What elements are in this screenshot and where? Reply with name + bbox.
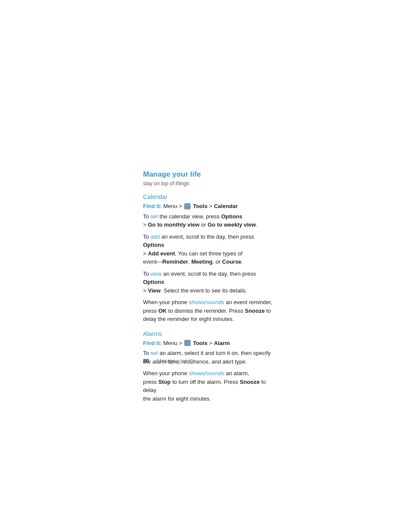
- alarms-tools-icon: [184, 340, 190, 346]
- page-title: Manage your life: [143, 170, 272, 179]
- view-bold: View: [148, 287, 160, 294]
- alarms-find-it-tools: Tools: [193, 340, 208, 346]
- alarms-find-it-menu: Menu >: [163, 340, 184, 346]
- ok-bold: OK: [158, 308, 167, 314]
- shows-sounds-link-2: shows/sounds: [189, 370, 224, 376]
- alarms-section: Alarms Find it: Menu > Tools > Alarm To …: [143, 330, 272, 403]
- stop-bold: Stop: [158, 379, 171, 385]
- calendar-para-2: To add an event, scroll to the day, then…: [143, 233, 272, 266]
- alarms-heading: Alarms: [143, 330, 272, 337]
- course-bold: Course: [222, 258, 242, 265]
- snooze-bold-2: Snooze: [240, 379, 259, 385]
- find-it-label: Find it:: [143, 203, 162, 209]
- calendar-section: Calendar Find it: Menu > Tools > Calenda…: [143, 193, 272, 324]
- go-monthly-bold: Go to monthly view: [148, 221, 199, 228]
- page-content: Manage your life stay on top of things C…: [143, 170, 272, 410]
- alarms-find-it: Find it: Menu > Tools > Alarm: [143, 340, 272, 347]
- set-link-1: set: [150, 213, 158, 220]
- reminder-bold: Reminder: [162, 258, 188, 265]
- alarms-find-it-label: Find it:: [143, 340, 162, 346]
- find-it-menu: Menu >: [163, 203, 184, 209]
- meeting-bold: Meeting: [191, 258, 212, 265]
- alarms-para-2: When your phone shows/sounds an alarm, p…: [143, 369, 272, 403]
- alarms-find-it-alarm: Alarm: [214, 340, 230, 346]
- page-number: 30: [143, 358, 149, 364]
- add-event-bold: Add event: [148, 250, 175, 257]
- go-weekly-bold: Go to weekly view: [208, 221, 256, 228]
- find-it-tools: Tools: [193, 203, 208, 209]
- tools-icon: [184, 203, 190, 209]
- add-link: add: [150, 233, 160, 240]
- options-bold-3: Options: [143, 279, 164, 285]
- options-bold-2: Options: [143, 242, 164, 248]
- view-link: view: [150, 271, 162, 277]
- options-bold-1: Options: [221, 213, 242, 220]
- calendar-heading: Calendar: [143, 193, 272, 200]
- page-subtitle: stay on top of things: [143, 180, 272, 187]
- shows-sounds-link-1: shows/sounds: [189, 299, 224, 305]
- calendar-para-1: To set the calendar view, press Options …: [143, 212, 272, 229]
- calendar-para-4: When your phone shows/sounds an event re…: [143, 298, 272, 324]
- find-it-arrow: >: [209, 203, 214, 209]
- snooze-bold-1: Snooze: [245, 308, 265, 314]
- calendar-para-3: To view an event, scroll to the day, the…: [143, 270, 272, 295]
- page-footer: 30 Manage your life: [143, 355, 272, 364]
- find-it-calendar: Calendar: [214, 203, 238, 209]
- footer-text: Manage your life: [157, 358, 196, 364]
- calendar-find-it: Find it: Menu > Tools > Calendar: [143, 203, 272, 210]
- alarms-find-it-arrow: >: [209, 340, 214, 346]
